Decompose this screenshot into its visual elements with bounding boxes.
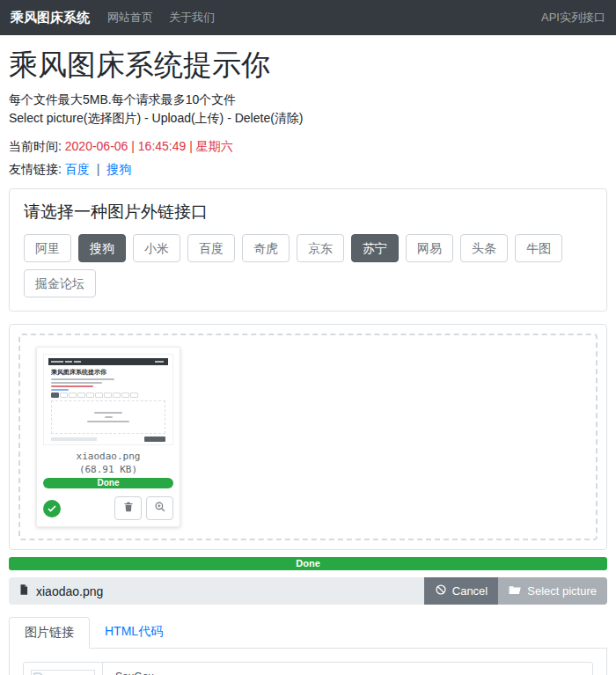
magnifier-plus-icon bbox=[154, 501, 166, 516]
interface-panel: 请选择一种图片外链接口 阿里 搜狗 小米 百度 奇虎 京东 苏宁 网易 头条 牛… bbox=[9, 188, 607, 312]
friend-link-baidu[interactable]: 百度 bbox=[65, 162, 90, 176]
delete-preview-button[interactable] bbox=[114, 496, 142, 520]
upload-preview-item: 乘风图床系统提示你 bbox=[36, 347, 180, 527]
interface-button-row: 阿里 搜狗 小米 百度 奇虎 京东 苏宁 网易 头条 牛图 掘金论坛 bbox=[24, 234, 592, 297]
zoom-preview-button[interactable] bbox=[146, 496, 173, 520]
link-result-item: SouGou SuNing bbox=[23, 662, 593, 675]
folder-icon bbox=[509, 584, 522, 598]
cancel-button[interactable]: Cancel bbox=[424, 577, 498, 605]
preview-progress-bar: Done bbox=[43, 478, 173, 488]
nav-item-about[interactable]: 关于我们 bbox=[169, 10, 215, 26]
interface-button-wangyi[interactable]: 网易 bbox=[406, 234, 453, 262]
sougou-link-row: SouGou bbox=[103, 663, 592, 675]
interface-button-qihu[interactable]: 奇虎 bbox=[242, 234, 290, 262]
result-tabs: 图片链接 HTML代码 bbox=[9, 617, 607, 649]
actions-hint-text: Select picture(选择图片) - Upload(上传) - Dele… bbox=[9, 111, 607, 127]
main-container: 乘风图床系统提示你 每个文件最大5MB.每个请求最多10个文件 Select p… bbox=[0, 46, 616, 675]
friend-link-separator: | bbox=[97, 162, 100, 176]
file-icon bbox=[18, 583, 30, 599]
interface-button-juejin[interactable]: 掘金论坛 bbox=[24, 269, 96, 297]
upload-dropzone[interactable]: 乘风图床系统提示你 bbox=[18, 334, 598, 540]
upload-success-check-icon bbox=[43, 500, 61, 517]
upload-card: 乘风图床系统提示你 bbox=[9, 324, 607, 550]
current-time-value: 2020-06-06 | 16:45:49 | 星期六 bbox=[65, 139, 233, 153]
current-time-label: 当前时间: bbox=[9, 139, 62, 153]
page-title: 乘风图床系统提示你 bbox=[9, 46, 607, 85]
interface-button-jingdong[interactable]: 京东 bbox=[297, 234, 344, 262]
brand-link[interactable]: 乘风图床系统 bbox=[11, 10, 90, 26]
tab-content-panel: SouGou SuNing bbox=[9, 649, 607, 675]
mini-title: 乘风图床系统提示你 bbox=[51, 368, 165, 377]
interface-button-sougou[interactable]: 搜狗 bbox=[78, 234, 126, 262]
preview-filesize: (68.91 KB) bbox=[43, 464, 173, 475]
trash-icon bbox=[122, 501, 135, 516]
selected-file-row: xiaodao.png Cancel Select picture bbox=[9, 577, 607, 605]
interface-button-baidu[interactable]: 百度 bbox=[187, 234, 235, 262]
friend-link-sougou[interactable]: 搜狗 bbox=[106, 162, 131, 176]
friend-links-label: 友情链接: bbox=[9, 162, 62, 176]
sougou-label: SouGou bbox=[115, 671, 580, 675]
interface-button-xiaomi[interactable]: 小米 bbox=[133, 234, 180, 262]
limits-text: 每个文件最大5MB.每个请求最多10个文件 bbox=[9, 92, 607, 108]
nav-item-api[interactable]: API实列接口 bbox=[541, 10, 605, 26]
interface-panel-title: 请选择一种图片外链接口 bbox=[24, 201, 592, 224]
select-picture-button[interactable]: Select picture bbox=[498, 577, 607, 605]
selected-filename: xiaodao.png bbox=[36, 584, 103, 598]
preview-filename: xiaodao.png bbox=[43, 451, 173, 462]
global-progress-bar: Done bbox=[9, 557, 607, 570]
mini-dropzone bbox=[51, 400, 165, 434]
mini-button-row bbox=[51, 393, 165, 398]
tab-html-code[interactable]: HTML代码 bbox=[90, 617, 178, 648]
mini-navbar bbox=[48, 358, 168, 365]
uploaded-image-thumbnail[interactable]: 乘风图床系统提示你 bbox=[43, 354, 173, 445]
nav-item-home[interactable]: 网站首页 bbox=[107, 10, 153, 26]
current-time-row: 当前时间: 2020-06-06 | 16:45:49 | 星期六 bbox=[9, 139, 607, 155]
friend-links-row: 友情链接: 百度 | 搜狗 bbox=[9, 162, 607, 178]
tab-image-links[interactable]: 图片链接 bbox=[9, 617, 90, 649]
result-thumbnail-box bbox=[31, 670, 95, 675]
interface-button-ali[interactable]: 阿里 bbox=[24, 234, 71, 262]
ban-icon bbox=[435, 583, 447, 598]
navbar: 乘风图床系统 网站首页 关于我们 API实列接口 bbox=[0, 0, 616, 35]
interface-button-toutiao[interactable]: 头条 bbox=[460, 234, 508, 262]
interface-button-suning[interactable]: 苏宁 bbox=[351, 234, 399, 262]
interface-button-niutu[interactable]: 牛图 bbox=[515, 234, 562, 262]
